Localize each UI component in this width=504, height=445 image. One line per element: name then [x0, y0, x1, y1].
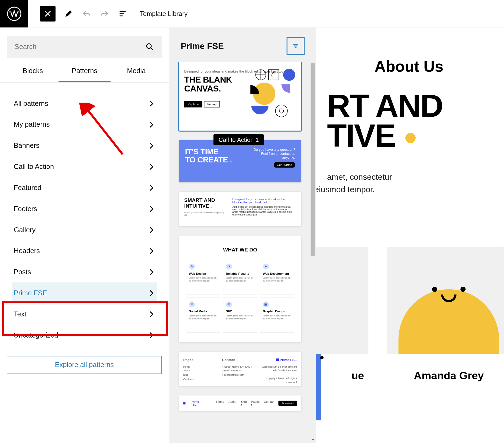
pattern-what-we-do[interactable]: WHAT WE DO ✎Web DesignLorem ipsum consec… [179, 235, 301, 342]
editor-canvas[interactable]: About Us RT ANDTIVE amet, consecteturo e… [316, 28, 504, 443]
search-box[interactable] [7, 36, 162, 57]
filter-button[interactable] [287, 37, 305, 55]
pattern-blank-canvas[interactable]: Designed for your ideas and makes the bl… [179, 62, 301, 131]
category-all-patterns[interactable]: All patterns [12, 93, 157, 114]
chevron-right-icon [148, 268, 156, 276]
pattern-tooltip: Call to Action 1 [214, 134, 264, 145]
canvas-paragraph: amet, consecteturo eiusmod tempor. [327, 171, 491, 196]
chevron-right-icon [148, 310, 156, 318]
mid-scrollbar[interactable] [311, 63, 315, 256]
chevron-right-icon [148, 163, 156, 171]
chevron-right-icon [148, 226, 156, 234]
category-posts[interactable]: Posts [12, 261, 157, 283]
canvas-person-card-1: ue [316, 247, 369, 382]
chevron-right-icon [148, 247, 156, 255]
tab-media[interactable]: Media [111, 67, 162, 82]
svg-point-6 [275, 105, 287, 117]
canvas-about-heading: About Us [327, 58, 491, 76]
filter-icon [292, 42, 300, 50]
category-prime-fse[interactable]: Prime FSE [12, 282, 157, 303]
mid-panel-title: Prime FSE [181, 41, 224, 51]
pattern-call-to-action-1[interactable]: IT'S TIMETO CREATE . Do you have any que… [179, 140, 301, 182]
chevron-right-icon [148, 120, 156, 128]
tab-patterns[interactable]: Patterns [59, 67, 110, 82]
search-input[interactable] [15, 43, 145, 51]
category-uncategorized[interactable]: Uncategorized [12, 325, 157, 346]
svg-point-4 [283, 69, 295, 81]
explore-all-patterns-button[interactable]: Explore all patterns [7, 356, 162, 374]
chevron-right-icon [148, 142, 156, 149]
scroll-down-icon[interactable] [310, 436, 315, 442]
wordpress-logo[interactable] [0, 0, 28, 27]
decorative-shapes [248, 67, 300, 127]
chevron-right-icon [148, 205, 156, 213]
pattern-header-nav[interactable]: Prime FSE HomeAboutBlog ▾Pages ▾Contact … [179, 395, 301, 411]
tab-blocks[interactable]: Blocks [7, 67, 59, 82]
edit-icon[interactable] [63, 8, 73, 19]
category-footers[interactable]: Footers [12, 198, 157, 219]
chevron-right-icon [148, 289, 156, 297]
close-button[interactable] [40, 6, 56, 21]
category-call-to-action[interactable]: Call to Action [12, 156, 157, 177]
svg-point-0 [7, 7, 21, 20]
pattern-footer[interactable]: Pages HomeAboutBlogContacts Contact ○ St… [179, 352, 301, 386]
svg-point-7 [279, 109, 284, 113]
svg-point-1 [147, 44, 151, 48]
undo-icon[interactable] [81, 8, 92, 19]
canvas-headline: RT ANDTIVE [327, 91, 491, 150]
chevron-right-icon [148, 184, 156, 192]
list-view-icon[interactable] [118, 8, 128, 19]
search-icon [145, 42, 154, 52]
top-title: Template Library [140, 10, 188, 17]
category-banners[interactable]: Banners [12, 135, 157, 156]
svg-rect-3 [269, 70, 279, 80]
chevron-right-icon [148, 100, 156, 107]
category-my-patterns[interactable]: My patterns [12, 114, 157, 135]
category-headers[interactable]: Headers [12, 240, 157, 261]
category-gallery[interactable]: Gallery [12, 219, 157, 240]
category-text[interactable]: Text [12, 303, 157, 325]
pattern-smart-intuitive[interactable]: SMART ANDINTUITIVE . Lorem ipsum dolor c… [179, 192, 301, 226]
redo-icon[interactable] [99, 8, 110, 19]
category-featured[interactable]: Featured [12, 177, 157, 198]
canvas-person-card-2: Amanda Grey [387, 247, 504, 382]
chevron-right-icon [148, 331, 156, 339]
